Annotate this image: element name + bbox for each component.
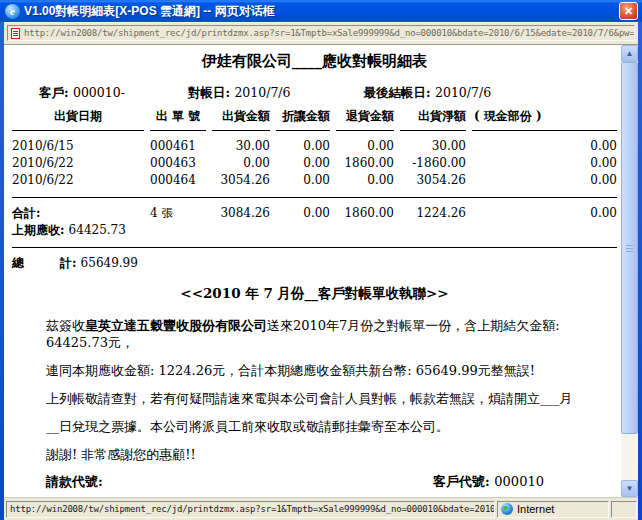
cell-net: 30.00 [400, 138, 466, 155]
letter-paragraph-5: 謝謝! 非常感謝您的惠顧!! [46, 446, 589, 463]
cell-docno: 000464 [150, 172, 206, 189]
grand-total-label: 總 計: [12, 256, 81, 270]
cell-date: 2010/6/15 [12, 138, 144, 155]
col-header-amount: 出貨金額 [212, 108, 270, 125]
statement-date-value: 2010/7/6 [234, 85, 290, 100]
dialog-window: e V1.00對帳明細表[X-POS 雲通網] -- 网页对话框 ✕ http:… [0, 0, 642, 520]
bill-code-field: 請款代號: [46, 474, 433, 490]
cell-discount: 0.00 [276, 155, 330, 172]
cell-cash: 0.00 [472, 138, 617, 155]
vertical-scrollbar[interactable]: ▲ ▼ [621, 45, 638, 497]
last-close-value: 2010/7/6 [435, 85, 491, 100]
total-label: 合計: [12, 205, 144, 222]
security-zone-label: Internet [517, 503, 554, 515]
letter-paragraph-2: 連同本期應收金額: 1224.26元，合計本期總應收金額共新台幣: 65649.… [46, 362, 589, 379]
title-bar[interactable]: e V1.00對帳明細表[X-POS 雲通網] -- 网页对话框 ✕ [0, 0, 642, 22]
report-info-row: 客戶: 000010- 對帳日: 2010/7/6 最後結帳日: 2010/7/… [12, 85, 617, 102]
table-row: 2010/6/15 000461 30.00 0.00 0.00 30.00 0… [12, 138, 617, 155]
statement-date-label: 對帳日: [188, 85, 234, 100]
statement-document: 伊娃有限公司____應收對帳明細表 客戶: 000010- 對帳日: 2010/… [4, 45, 621, 497]
customer-field: 客戶: 000010- [39, 85, 125, 102]
total-row: 合計: 4 張 3084.26 0.00 1860.00 1224.26 0.0… [12, 205, 617, 222]
statement-date-field: 對帳日: 2010/7/6 [188, 85, 291, 102]
divider [12, 197, 617, 198]
scroll-down-icon: ▼ [626, 484, 634, 493]
cell-return: 0.00 [336, 138, 394, 155]
table-row: 2010/6/22 000464 3054.26 0.00 0.00 3054.… [12, 172, 617, 189]
letter-p1-prefix: 茲簽收 [46, 318, 85, 333]
cell-return: 1860.00 [336, 155, 394, 172]
cell-date: 2010/6/22 [12, 155, 144, 172]
customer-code-field: 客戶代號: 000010 [433, 474, 617, 490]
col-header-cash: ( 現金部份 ) [472, 108, 617, 125]
letter-paragraph-4: __日兌現之票據。本公司將派員工前來收取或敬請郵挂彙寄至本公司。 [46, 418, 589, 435]
cell-net: -1860.00 [400, 155, 466, 172]
address-field: http://win2008/tw/shipment_rec/jd/printd… [7, 25, 635, 41]
close-icon: ✕ [624, 5, 633, 17]
previous-balance-row: 上期應收: 64425.73 [12, 222, 617, 239]
total-return: 1860.00 [336, 205, 394, 222]
asp-page-icon [11, 28, 20, 39]
cell-return: 0.00 [336, 172, 394, 189]
codes-row: 請款代號: 客戶代號: 000010 [46, 474, 617, 490]
report-title: 伊娃有限公司____應收對帳明細表 [12, 52, 617, 71]
cell-amount: 3054.26 [212, 172, 270, 189]
header-underline [12, 130, 617, 132]
col-header-net: 出貨淨額 [400, 108, 466, 125]
cell-docno: 000461 [150, 138, 206, 155]
customer-label: 客戶: [39, 85, 73, 100]
scrollbar-track[interactable] [621, 62, 638, 480]
cell-discount: 0.00 [276, 138, 330, 155]
scroll-up-icon: ▲ [626, 49, 634, 58]
grand-total-row: 總 計: 65649.99 [12, 255, 617, 272]
internet-globe-icon [501, 503, 513, 515]
table-body: 2010/6/15 000461 30.00 0.00 0.00 30.00 0… [12, 138, 617, 189]
cell-net: 3054.26 [400, 172, 466, 189]
grand-total-value: 65649.99 [81, 256, 138, 270]
col-header-discount: 折讓金額 [276, 108, 330, 125]
cell-docno: 000463 [150, 155, 206, 172]
customer-code-value: 000010 [494, 474, 544, 489]
letter-body: 茲簽收皇英立達五穀豐收股份有限公司送來2010年7月份之對帳單一份，含上期結欠金… [46, 317, 589, 463]
cell-amount: 0.00 [212, 155, 270, 172]
customer-code-label: 客戶代號: [433, 474, 494, 489]
cell-discount: 0.00 [276, 172, 330, 189]
status-url-pane: http://win2008/tw/shipment_rec/jd/printd… [6, 501, 495, 518]
cell-cash: 0.00 [472, 172, 617, 189]
customer-value: 000010- [73, 85, 125, 100]
document-area: 伊娃有限公司____應收對帳明細表 客戶: 000010- 對帳日: 2010/… [4, 44, 638, 497]
letter-heading: <<2010 年 7 月份__客戶對帳單收執聯>> [12, 285, 617, 303]
scrollbar-thumb[interactable] [621, 62, 638, 434]
address-bar: http://win2008/tw/shipment_rec/jd/printd… [4, 22, 638, 44]
address-url: http://win2008/tw/shipment_rec/jd/printd… [24, 28, 635, 38]
close-button[interactable]: ✕ [619, 2, 638, 20]
previous-balance-label: 上期應收: [12, 223, 69, 237]
col-header-date: 出貨日期 [12, 108, 144, 125]
status-url-text: http://win2008/tw/shipment_rec/jd/printd… [10, 504, 495, 514]
col-header-docno: 出 單 號 [150, 108, 206, 125]
cell-date: 2010/6/22 [12, 172, 144, 189]
col-header-return: 退貨金額 [336, 108, 394, 125]
letter-company-name: 皇英立達五穀豐收股份有限公司 [85, 318, 267, 333]
table-header-row: 出貨日期 出 單 號 出貨金額 折讓金額 退貨金額 出貨淨額 ( 現金部份 ) [12, 108, 617, 125]
total-cash: 0.00 [472, 205, 617, 222]
total-count: 4 張 [150, 205, 206, 222]
window-title: V1.00對帳明細表[X-POS 雲通網] -- 网页对话框 [24, 3, 619, 20]
total-amount: 3084.26 [212, 205, 270, 222]
scroll-down-button[interactable]: ▼ [621, 480, 638, 497]
total-net: 1224.26 [400, 205, 466, 222]
previous-balance-value: 64425.73 [69, 223, 126, 237]
bill-code-label: 請款代號: [46, 474, 103, 489]
divider [12, 247, 617, 248]
cell-cash: 0.00 [472, 155, 617, 172]
last-close-field: 最後結帳日: 2010/7/6 [364, 85, 492, 102]
total-discount: 0.00 [276, 205, 330, 222]
security-zone-pane: Internet [497, 501, 609, 518]
table-row: 2010/6/22 000463 0.00 0.00 1860.00 -1860… [12, 155, 617, 172]
resize-grip-pane [611, 501, 637, 518]
last-close-label: 最後結帳日: [364, 85, 435, 100]
letter-paragraph-1: 茲簽收皇英立達五穀豐收股份有限公司送來2010年7月份之對帳單一份，含上期結欠金… [46, 317, 589, 351]
scroll-up-button[interactable]: ▲ [621, 45, 638, 62]
ie-icon: e [5, 4, 20, 19]
cell-amount: 30.00 [212, 138, 270, 155]
